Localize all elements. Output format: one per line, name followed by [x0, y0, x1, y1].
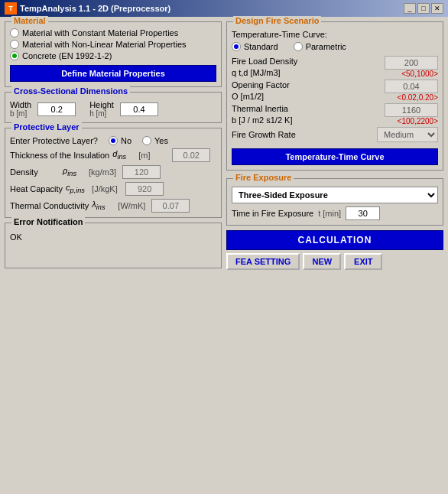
- exposure-select[interactable]: Three-Sided Exposure One-Sided Exposure …: [232, 187, 438, 203]
- heat-capacity-row: Heat Capacity cp,ins [J/kgK]: [10, 182, 216, 196]
- time-unit: t [min]: [318, 209, 341, 218]
- yes-label: Yes: [154, 136, 168, 145]
- radio-mat1[interactable]: [10, 28, 19, 37]
- time-input[interactable]: [346, 206, 380, 220]
- standard-radio[interactable]: Standard: [232, 42, 278, 51]
- opening-factor-row: Opening Factor O [m1/2] <0.02,0.20>: [232, 80, 438, 102]
- enter-protective-label: Enter Protective Layer?: [10, 136, 98, 145]
- radio-yes[interactable]: [142, 136, 151, 145]
- new-button[interactable]: NEW: [303, 253, 341, 270]
- density-unit: [kg/m3]: [89, 167, 119, 177]
- bottom-section: CALCULATION FEA SETTING NEW EXIT: [226, 230, 443, 270]
- no-label: No: [121, 136, 131, 145]
- heat-capacity-input: [125, 182, 164, 196]
- design-fire-scenario-label: Design Fire Scenario: [233, 16, 321, 25]
- thermal-cond-name: Thermal Conductivity: [10, 200, 89, 211]
- growth-rate-row: Fire Growth Rate Medium Slow Fast: [232, 127, 438, 142]
- cross-section-group: Cross-Sectional Dimensions Width b [m] H…: [5, 92, 222, 123]
- material-option-1-label: Material with Constant Material Properti…: [22, 28, 178, 37]
- fire-exposure-label: Fire Exposure: [233, 173, 294, 182]
- protective-layer-label: Protective Layer: [11, 122, 82, 132]
- growth-label: Fire Growth Rate: [232, 130, 296, 139]
- standard-label: Standard: [244, 42, 278, 51]
- height-input[interactable]: [120, 102, 158, 116]
- material-option-2-label: Material with Non-Linear Material Proper…: [22, 40, 187, 49]
- exit-button[interactable]: EXIT: [344, 253, 382, 270]
- height-label: Height: [89, 100, 114, 109]
- thermal-cond-input: [151, 199, 190, 213]
- thermal-cond-unit: [W/mK]: [118, 201, 148, 210]
- width-label: Width: [10, 100, 31, 109]
- heat-capacity-unit: [J/kgK]: [92, 184, 122, 193]
- minimize-button[interactable]: _: [404, 3, 416, 14]
- material-radio-group: Material with Constant Material Properti…: [10, 25, 216, 60]
- material-option-2[interactable]: Material with Non-Linear Material Proper…: [10, 40, 216, 49]
- thickness-sym: dins: [112, 149, 135, 161]
- heat-capacity-sym: cp,ins: [66, 183, 89, 194]
- thermal-cond-row: Thermal Conductivity λins [W/mK]: [10, 199, 216, 213]
- width-unit: b [m]: [10, 109, 31, 118]
- growth-select[interactable]: Medium Slow Fast: [377, 127, 438, 142]
- radio-mat2[interactable]: [10, 40, 19, 49]
- fire-load-label: Fire Load Density: [232, 56, 323, 67]
- calculation-button[interactable]: CALCULATION: [226, 230, 443, 250]
- title-bar: T TempAnalysis 1.1 - 2D (Preprocessor) _…: [0, 0, 448, 17]
- design-fire-scenario-group: Design Fire Scenario Temperature-Time Cu…: [226, 21, 443, 171]
- material-group: Material Material with Constant Material…: [5, 21, 222, 87]
- opening-range: <0.02,0.20>: [398, 93, 438, 102]
- temp-curve-button[interactable]: Temperature-Time Curve: [232, 148, 438, 165]
- material-group-label: Material: [11, 16, 48, 25]
- time-label: Time in Fire Exposure: [232, 209, 313, 218]
- density-input: [122, 165, 161, 179]
- opening-input: [385, 80, 438, 93]
- parametric-radio[interactable]: Parametric: [294, 42, 346, 51]
- height-unit: h [m]: [89, 109, 114, 118]
- fire-load-row: Fire Load Density q t,d [MJ/m3] <50,1000…: [232, 56, 438, 78]
- radio-standard[interactable]: [232, 42, 241, 51]
- thermal-inertia-row: Thermal Inertia b [J / m2 s1/2 K] <100,2…: [232, 103, 438, 125]
- protective-layer-group: Protective Layer Enter Protective Layer?…: [5, 128, 222, 218]
- maximize-button[interactable]: □: [417, 3, 430, 14]
- thickness-unit: [m]: [138, 151, 169, 160]
- fire-load-range: <50,1000>: [401, 70, 438, 78]
- density-row: Density ρins [kg/m3]: [10, 165, 216, 179]
- opening-label: Opening Factor: [232, 80, 323, 90]
- density-name: Density: [10, 167, 60, 177]
- radio-mat3[interactable]: [10, 51, 19, 60]
- radio-no[interactable]: [109, 136, 118, 145]
- app-icon: T: [5, 2, 17, 15]
- app-title: TempAnalysis 1.1 - 2D (Preprocessor): [20, 4, 170, 13]
- thickness-row: Thickness of the Insulation dins [m]: [10, 148, 216, 162]
- fire-exposure-group: Fire Exposure Three-Sided Exposure One-S…: [226, 178, 443, 226]
- parametric-label: Parametric: [306, 42, 346, 51]
- fire-load-sub: q t,d [MJ/m3]: [232, 67, 323, 78]
- material-option-3[interactable]: Concrete (EN 1992-1-2): [10, 51, 216, 60]
- thermal-sub: b [J / m2 s1/2 K]: [232, 115, 323, 125]
- opening-sub: O [m1/2]: [232, 91, 323, 102]
- density-sym: ρins: [63, 166, 86, 177]
- error-notification-label: Error Notification: [11, 217, 85, 226]
- width-input[interactable]: [37, 102, 76, 116]
- radio-parametric[interactable]: [294, 42, 303, 51]
- error-message: OK: [10, 226, 216, 242]
- thickness-input: [172, 148, 210, 162]
- thermal-input: [385, 103, 438, 117]
- thickness-name: Thickness of the Insulation: [10, 150, 109, 161]
- curve-label: Temperature-Time Curve:: [232, 30, 438, 39]
- thermal-cond-sym: λins: [92, 200, 115, 211]
- thermal-range: <100,2200>: [398, 117, 438, 125]
- material-option-1[interactable]: Material with Constant Material Properti…: [10, 28, 216, 37]
- error-notification-group: Error Notification OK: [5, 223, 222, 268]
- thermal-label: Thermal Inertia: [232, 103, 323, 114]
- define-material-button[interactable]: Define Material Properties: [10, 65, 216, 82]
- fire-load-input: [385, 56, 438, 70]
- heat-capacity-name: Heat Capacity: [10, 184, 63, 194]
- fea-setting-button[interactable]: FEA SETTING: [226, 253, 300, 270]
- close-button[interactable]: ✕: [431, 3, 443, 14]
- cross-section-label: Cross-Sectional Dimensions: [11, 86, 130, 96]
- material-option-3-label: Concrete (EN 1992-1-2): [22, 51, 112, 60]
